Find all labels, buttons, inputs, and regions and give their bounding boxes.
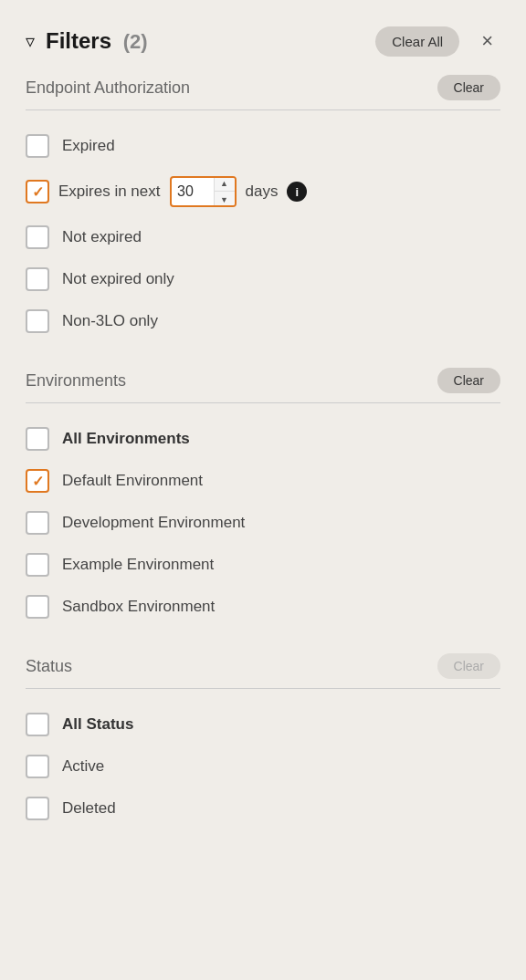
- list-item[interactable]: ✓ Sandbox Environment: [26, 586, 500, 628]
- deleted-checkbox[interactable]: ✓: [26, 797, 49, 820]
- endpoint-auth-title: Endpoint Authorization: [26, 78, 190, 98]
- filter-header: ▿ Filters (2) Clear All ×: [0, 0, 526, 75]
- all-environments-label: All Environments: [62, 430, 500, 448]
- list-item[interactable]: ✓ Example Environment: [26, 544, 500, 586]
- status-divider: [26, 688, 500, 689]
- default-env-label: Default Environment: [62, 472, 500, 490]
- not-expired-only-checkbox[interactable]: ✓: [26, 267, 49, 291]
- default-env-checkbox[interactable]: ✓: [26, 469, 49, 493]
- expires-in-next-checkbox[interactable]: ✓: [26, 180, 49, 203]
- filter-icon: ▿: [26, 30, 35, 52]
- sandbox-env-label: Sandbox Environment: [62, 598, 500, 616]
- status-clear-button[interactable]: Clear: [437, 653, 500, 679]
- endpoint-auth-clear-button[interactable]: Clear: [437, 75, 500, 100]
- environments-clear-button[interactable]: Clear: [437, 368, 500, 393]
- all-status-label: All Status: [62, 715, 500, 734]
- expires-checkmark: ✓: [32, 183, 44, 201]
- active-label: Active: [62, 757, 500, 776]
- sandbox-env-checkbox[interactable]: ✓: [26, 595, 49, 619]
- list-item[interactable]: ✓ Not expired: [26, 216, 500, 258]
- endpoint-auth-divider: [26, 109, 500, 110]
- spinner-buttons: ▲ ▼: [214, 176, 235, 207]
- clear-all-button[interactable]: Clear All: [375, 26, 459, 57]
- filter-panel: Endpoint Authorization Clear ✓ Expired ✓…: [0, 75, 526, 884]
- list-item[interactable]: ✓ All Status: [26, 704, 500, 745]
- endpoint-auth-header: Endpoint Authorization Clear: [26, 75, 500, 100]
- list-item[interactable]: ✓ Active: [26, 745, 500, 787]
- page-title: Filters (2): [46, 28, 368, 54]
- days-input-wrapper: ▲ ▼: [170, 176, 237, 207]
- list-item[interactable]: ✓ Development Environment: [26, 502, 500, 544]
- not-expired-checkbox[interactable]: ✓: [26, 225, 49, 249]
- list-item[interactable]: ✓ All Environments: [26, 418, 500, 460]
- environments-section: Environments Clear ✓ All Environments ✓ …: [26, 368, 500, 628]
- environments-header: Environments Clear: [26, 368, 500, 393]
- example-env-checkbox[interactable]: ✓: [26, 553, 49, 577]
- list-item[interactable]: ✓ Non-3LO only: [26, 300, 500, 342]
- dev-env-label: Development Environment: [62, 514, 500, 532]
- not-expired-only-label: Not expired only: [62, 270, 500, 288]
- filter-count: (2): [123, 30, 148, 53]
- list-item[interactable]: ✓ Not expired only: [26, 258, 500, 300]
- info-icon[interactable]: i: [287, 182, 307, 202]
- days-label: days: [246, 182, 279, 201]
- close-button[interactable]: ×: [474, 26, 500, 57]
- deleted-label: Deleted: [62, 799, 500, 818]
- endpoint-auth-section: Endpoint Authorization Clear ✓ Expired ✓…: [26, 75, 500, 342]
- environments-title: Environments: [26, 371, 126, 391]
- all-environments-checkbox[interactable]: ✓: [26, 427, 49, 451]
- non-3lo-label: Non-3LO only: [62, 312, 500, 330]
- expired-label: Expired: [62, 137, 500, 155]
- environments-divider: [26, 402, 500, 403]
- dev-env-checkbox[interactable]: ✓: [26, 511, 49, 535]
- active-checkbox[interactable]: ✓: [26, 755, 49, 778]
- status-header: Status Clear: [26, 653, 500, 679]
- list-item[interactable]: ✓ Deleted: [26, 787, 500, 829]
- list-item: ✓ Expires in next ▲ ▼ days i: [26, 167, 500, 216]
- expires-in-next-label: Expires in next: [58, 182, 161, 201]
- status-section: Status Clear ✓ All Status ✓ Active ✓ Del…: [26, 653, 500, 829]
- example-env-label: Example Environment: [62, 556, 500, 574]
- days-increment-button[interactable]: ▲: [215, 176, 235, 192]
- expired-checkbox[interactable]: ✓: [26, 134, 49, 158]
- all-status-checkbox[interactable]: ✓: [26, 713, 49, 736]
- list-item[interactable]: ✓ Default Environment: [26, 460, 500, 502]
- list-item[interactable]: ✓ Expired: [26, 125, 500, 167]
- status-title: Status: [26, 657, 72, 676]
- non-3lo-checkbox[interactable]: ✓: [26, 309, 49, 333]
- default-env-checkmark: ✓: [32, 473, 44, 490]
- days-input[interactable]: [172, 183, 214, 200]
- not-expired-label: Not expired: [62, 228, 500, 246]
- title-text: Filters: [46, 28, 111, 53]
- days-decrement-button[interactable]: ▼: [215, 192, 235, 207]
